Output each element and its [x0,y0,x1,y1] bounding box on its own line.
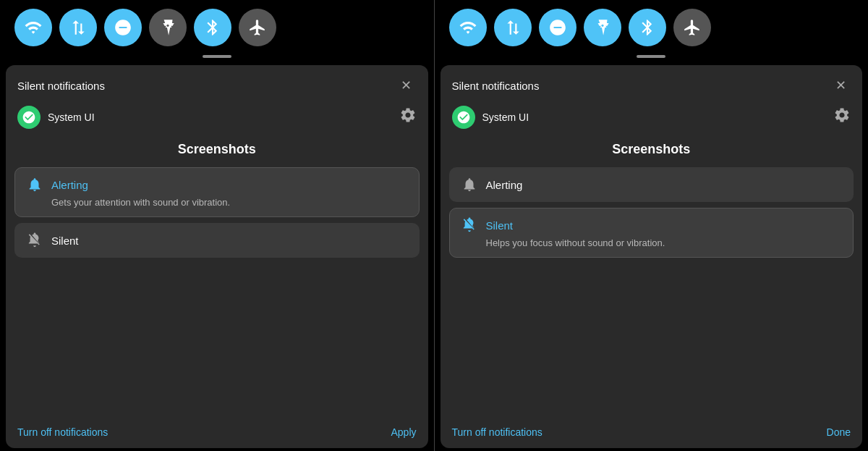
option-description: Gets your attention with sound or vibrat… [27,197,407,208]
option-label: Silent [51,235,79,247]
option-item-alerting[interactable]: AlertingGets your attention with sound o… [14,167,420,217]
notification-panel: Silent notifications✕System UIScreenshot… [441,65,863,448]
panel-header: Silent notifications✕ [6,65,428,103]
panel-footer: Turn off notificationsApply [6,416,428,448]
options-list: AlertingSilentHelps you focus without so… [441,167,863,416]
section-title: Screenshots [441,138,863,167]
qs-bluetooth-button[interactable] [194,9,231,46]
notification-panel: Silent notifications✕System UIScreenshot… [6,65,428,448]
turn-off-notifications-link[interactable]: Turn off notifications [452,426,542,438]
app-name: System UI [48,111,95,123]
app-info: System UI [452,106,529,129]
bell-icon [461,177,477,193]
option-item-silent[interactable]: Silent [14,223,420,258]
app-icon [452,106,475,129]
app-icon [17,106,41,129]
bell-off-icon [27,232,43,248]
bell-off-icon [461,217,477,233]
quick-settings-bar [0,0,434,52]
main-container: Silent notifications✕System UIScreenshot… [0,0,868,451]
qs-data-button[interactable] [59,9,97,46]
done-button[interactable]: Done [827,426,851,438]
settings-button[interactable] [399,106,417,128]
qs-bluetooth-button[interactable] [629,9,666,46]
app-name: System UI [482,111,529,123]
app-row: System UI [441,103,863,138]
panel-left: Silent notifications✕System UIScreenshot… [0,0,434,451]
quick-settings-bar [435,0,869,52]
qs-airplane-button[interactable] [673,9,711,46]
qs-flashlight-button[interactable] [149,9,187,46]
panel-header: Silent notifications✕ [441,65,863,103]
drag-handle [637,55,665,58]
panel-title: Silent notifications [452,80,540,92]
bell-icon [27,177,43,193]
turn-off-notifications-link[interactable]: Turn off notifications [17,426,108,438]
drag-handle [203,55,231,58]
close-button[interactable]: ✕ [830,75,851,96]
app-row: System UI [6,103,428,138]
apply-button[interactable]: Apply [391,426,416,438]
qs-dnd-button[interactable] [104,9,142,46]
qs-data-button[interactable] [494,9,532,46]
option-label: Alerting [486,179,523,191]
qs-dnd-button[interactable] [539,9,576,46]
option-item-alerting[interactable]: Alerting [449,167,854,202]
close-button[interactable]: ✕ [396,75,417,96]
panel-footer: Turn off notificationsDone [441,416,863,448]
option-label: Alerting [51,179,88,191]
option-header: Alerting [27,177,407,193]
options-list: AlertingGets your attention with sound o… [6,167,428,416]
qs-flashlight-button[interactable] [584,9,621,46]
panel-title: Silent notifications [17,80,105,92]
settings-button[interactable] [833,106,851,128]
qs-wifi-button[interactable] [14,9,52,46]
option-header: Alerting [461,177,842,193]
option-header: Silent [27,232,407,248]
qs-wifi-button[interactable] [449,9,487,46]
option-item-silent[interactable]: SilentHelps you focus without sound or v… [449,208,854,258]
panel-right: Silent notifications✕System UIScreenshot… [435,0,869,451]
section-title: Screenshots [6,138,428,167]
qs-airplane-button[interactable] [239,9,276,46]
option-label: Silent [486,219,514,232]
option-description: Helps you focus without sound or vibrati… [461,237,842,248]
option-header: Silent [461,217,842,233]
app-info: System UI [17,106,95,129]
